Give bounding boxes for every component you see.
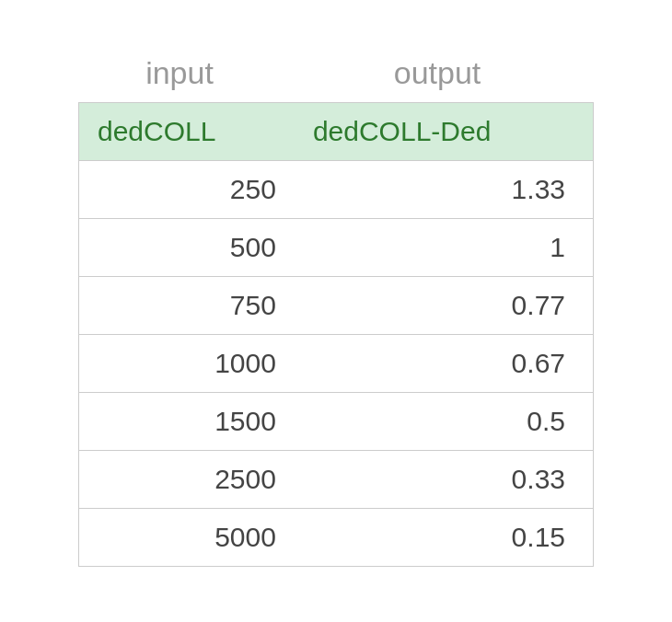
output-cell: 0.67 bbox=[295, 335, 594, 393]
table-row: 2501.33 bbox=[79, 161, 594, 219]
input-cell: 5000 bbox=[79, 509, 295, 567]
table-row: 7500.77 bbox=[79, 277, 594, 335]
input-cell: 500 bbox=[79, 219, 295, 277]
input-cell: 2500 bbox=[79, 451, 295, 509]
output-cell: 1.33 bbox=[295, 161, 594, 219]
table-header-row: dedCOLL dedCOLL-Ded bbox=[79, 103, 594, 161]
output-cell: 0.77 bbox=[295, 277, 594, 335]
output-cell: 0.33 bbox=[295, 451, 594, 509]
table-row: 50000.15 bbox=[79, 509, 594, 567]
table-row: 10000.67 bbox=[79, 335, 594, 393]
main-container: input output dedCOLL dedCOLL-Ded 2501.33… bbox=[0, 0, 672, 622]
input-cell: 1000 bbox=[79, 335, 295, 393]
output-cell: 1 bbox=[295, 219, 594, 277]
output-cell: 0.5 bbox=[295, 393, 594, 451]
column-headers: input output bbox=[78, 55, 594, 98]
header-input-cell: dedCOLL bbox=[79, 103, 295, 161]
header-output-cell: dedCOLL-Ded bbox=[295, 103, 594, 161]
table-row: 25000.33 bbox=[79, 451, 594, 509]
table-row: 15000.5 bbox=[79, 393, 594, 451]
output-column-header: output bbox=[281, 55, 594, 98]
input-cell: 750 bbox=[79, 277, 295, 335]
input-column-header: input bbox=[78, 55, 281, 98]
input-cell: 1500 bbox=[79, 393, 295, 451]
data-table: dedCOLL dedCOLL-Ded 2501.3350017500.7710… bbox=[78, 102, 594, 567]
output-cell: 0.15 bbox=[295, 509, 594, 567]
input-cell: 250 bbox=[79, 161, 295, 219]
table-row: 5001 bbox=[79, 219, 594, 277]
